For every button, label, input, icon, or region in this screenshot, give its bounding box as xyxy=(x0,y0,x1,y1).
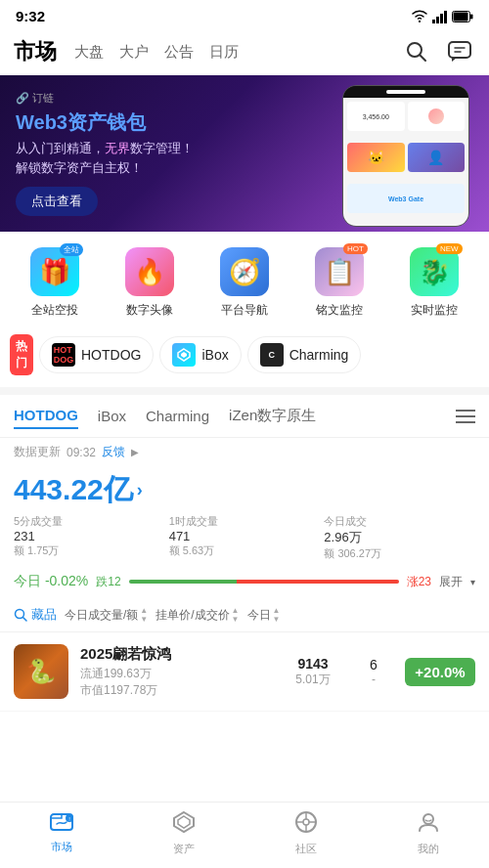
tab-market[interactable]: ! 市场 xyxy=(32,810,91,856)
search-small-icon xyxy=(14,608,27,622)
stat-5min-label: 5分成交量 xyxy=(14,514,165,529)
expand-arrow-icon: ▾ xyxy=(470,577,475,587)
brand-hotdog[interactable]: HOTDOG HOTDOG xyxy=(39,336,154,373)
svg-point-0 xyxy=(419,21,421,22)
airdrop-badge: 全站 xyxy=(60,243,83,256)
banner-text: 🔗 订链 Web3资产钱包 从入门到精通，无界数字管理！ 解锁数字资产自主权！ … xyxy=(16,91,473,216)
filter-price[interactable]: 挂单价/成交价 ▲▼ xyxy=(156,606,239,624)
nft-price-stats: 6 - xyxy=(354,657,393,686)
filter-price-sort-icon: ▲▼ xyxy=(232,606,240,624)
filter-today-label: 今日 xyxy=(247,607,271,624)
svg-marker-23 xyxy=(174,812,194,832)
tab-menu-button[interactable] xyxy=(456,409,475,428)
stat-today-value: 2.96万 xyxy=(324,529,475,546)
stat-today-sub: 额 306.27万 xyxy=(324,546,475,561)
stat-5min: 5分成交量 231 额 1.75万 xyxy=(14,514,165,561)
tab-mine[interactable]: 我的 xyxy=(399,810,458,856)
stat-1hr: 1时成交量 471 额 5.63万 xyxy=(169,514,321,561)
svg-marker-24 xyxy=(178,816,190,828)
filter-row: 藏品 今日成交量/额 ▲▼ 挂单价/成交价 ▲▼ 今日 ▲▼ xyxy=(0,598,489,632)
data-update-row: 数据更新 09:32 反馈 ▶ xyxy=(0,438,489,466)
tab-assets[interactable]: 资产 xyxy=(155,810,213,856)
filter-search-label: 藏品 xyxy=(31,606,57,624)
svg-rect-2 xyxy=(436,17,439,23)
filter-search[interactable]: 藏品 xyxy=(14,606,57,624)
tab-hotdog[interactable]: HOTDOG xyxy=(14,407,78,429)
features-row: 🎁 全站 全站空投 🔥 数字头像 🧭 平台导航 📋 HOT 铭文监控 🐉 NEW xyxy=(0,232,489,334)
nft-image: 🐍 xyxy=(14,644,68,699)
message-button[interactable] xyxy=(444,36,475,67)
stat-1hr-label: 1时成交量 xyxy=(169,514,321,529)
fall-count: 跌12 xyxy=(96,574,120,590)
nav-link-dahu[interactable]: 大户 xyxy=(119,43,149,62)
change-row: 今日 -0.02% 跌12 涨23 展开 ▾ xyxy=(0,569,489,598)
stat-5min-value: 231 xyxy=(14,529,165,543)
volume-arrow: › xyxy=(137,480,143,500)
banner-subtitle: 从入门到精通，无界数字管理！ xyxy=(16,140,473,157)
hotdog-logo: HOTDOG xyxy=(52,343,75,367)
svg-rect-10 xyxy=(449,42,470,58)
nav-links: 大盘 大户 公告 日历 xyxy=(74,43,401,62)
banner-logo: 🔗 订链 xyxy=(16,91,473,106)
tab-charming[interactable]: Charming xyxy=(146,408,209,428)
feature-nav[interactable]: 🧭 平台导航 xyxy=(220,247,269,319)
nav-link-rili[interactable]: 日历 xyxy=(209,43,239,62)
feature-nav-icon: 🧭 xyxy=(220,247,269,296)
stat-1hr-value: 471 xyxy=(169,529,321,543)
charming-logo: C xyxy=(260,343,284,367)
feature-avatar-label: 数字头像 xyxy=(126,302,173,319)
stat-1hr-sub: 额 5.63万 xyxy=(169,543,321,558)
nft-volume-stats: 9143 5.01万 xyxy=(284,656,342,688)
expand-button[interactable]: 展开 xyxy=(439,574,463,590)
tab-izen[interactable]: iZen数字原生 xyxy=(229,407,316,429)
wifi-icon xyxy=(411,10,428,23)
nft-name: 2025翩若惊鸿 xyxy=(80,645,272,664)
feedback-link[interactable]: 反馈 xyxy=(102,444,125,460)
feature-inscription[interactable]: 📋 HOT 铭文监控 xyxy=(315,247,364,319)
feature-airdrop[interactable]: 🎁 全站 全站空投 xyxy=(30,247,79,319)
nft-vol-amount: 5.01万 xyxy=(295,672,330,688)
brand-charming-name: Charming xyxy=(289,347,349,363)
bottom-bar: ! 市场 资产 社区 xyxy=(0,802,489,868)
mine-tab-icon xyxy=(417,810,440,840)
nav-title: 市场 xyxy=(14,37,57,66)
search-button[interactable] xyxy=(401,36,432,67)
filter-price-label: 挂单价/成交价 xyxy=(156,607,229,624)
svg-rect-3 xyxy=(440,14,443,23)
brand-ibox[interactable]: iBox xyxy=(159,336,241,373)
banner-cta-button[interactable]: 点击查看 xyxy=(16,187,98,216)
data-update-arrow: ▶ xyxy=(131,447,139,457)
tab-ibox[interactable]: iBox xyxy=(98,408,126,428)
assets-tab-icon xyxy=(172,810,196,840)
section-divider xyxy=(0,387,489,395)
svg-marker-14 xyxy=(181,352,187,358)
brand-charming[interactable]: C Charming xyxy=(247,336,362,373)
nft-row[interactable]: 🐍 2025翩若惊鸿 流通199.63万 市值1197.78万 9143 5.0… xyxy=(0,632,489,712)
battery-icon xyxy=(452,11,473,22)
svg-rect-4 xyxy=(444,11,447,23)
feature-monitor[interactable]: 🐉 NEW 实时监控 xyxy=(410,247,459,319)
nav-link-gonggao[interactable]: 公告 xyxy=(164,43,194,62)
tab-community-label: 社区 xyxy=(295,842,317,856)
market-tab-icon: ! xyxy=(49,810,74,838)
nft-circulation: 流通199.63万 xyxy=(80,666,272,682)
nft-price-value: 6 xyxy=(370,657,378,673)
message-icon xyxy=(448,41,471,63)
signal-icon xyxy=(432,10,448,23)
nft-list: 🐍 2025翩若惊鸿 流通199.63万 市值1197.78万 9143 5.0… xyxy=(0,632,489,712)
nav-link-dapan[interactable]: 大盘 xyxy=(74,43,104,62)
filter-today[interactable]: 今日 ▲▼ xyxy=(247,606,281,624)
filter-volume[interactable]: 今日成交量/额 ▲▼ xyxy=(65,606,148,624)
brand-ibox-name: iBox xyxy=(201,347,228,363)
stat-today: 今日成交 2.96万 额 306.27万 xyxy=(324,514,475,561)
svg-point-26 xyxy=(303,819,309,825)
nav-bar: 市场 大盘 大户 公告 日历 xyxy=(0,28,489,75)
svg-rect-7 xyxy=(470,14,473,19)
change-bar xyxy=(129,580,399,584)
filter-today-sort-icon: ▲▼ xyxy=(273,606,281,624)
feature-avatar[interactable]: 🔥 数字头像 xyxy=(125,247,174,319)
svg-line-19 xyxy=(23,618,27,622)
tab-community[interactable]: 社区 xyxy=(277,810,335,856)
total-volume: 443.22亿 › xyxy=(14,470,143,510)
nft-price-sub: - xyxy=(372,673,376,686)
